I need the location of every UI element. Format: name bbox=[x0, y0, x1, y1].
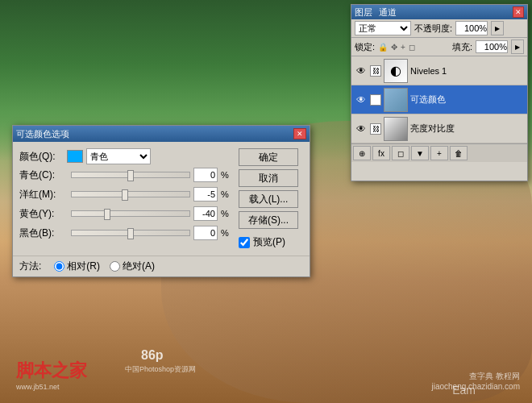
cyan-slider-track[interactable] bbox=[71, 172, 190, 178]
layers-footer: ⊕ fx ◻ ▼ + 🗑 bbox=[351, 143, 527, 162]
cyan-value-input[interactable] bbox=[193, 168, 218, 182]
yellow-label: 黄色(Y): bbox=[19, 207, 68, 221]
yellow-pct: % bbox=[221, 209, 232, 218]
color-swatch bbox=[67, 150, 83, 163]
black-slider-row: 黑色(B): % bbox=[19, 226, 232, 240]
layers-titlebar: 图层 通道 ✕ bbox=[351, 5, 527, 19]
cancel-button[interactable]: 取消 bbox=[239, 169, 298, 187]
magenta-slider-row: 洋红(M): % bbox=[19, 187, 232, 202]
dialog-close-button[interactable]: ✕ bbox=[293, 128, 306, 139]
yellow-slider-track[interactable] bbox=[71, 210, 190, 217]
fx-button[interactable]: fx bbox=[372, 146, 390, 160]
chazidian-watermark: 查字典 教程网 jiaocheng.chazidian.com bbox=[431, 371, 520, 391]
layer-row-niveles1[interactable]: 👁 ⛓ ◐ Niveles 1 bbox=[351, 56, 527, 85]
layer-link-selective-color[interactable]: ⛓ bbox=[370, 94, 381, 106]
method-relative[interactable]: 相对(R) bbox=[54, 260, 100, 273]
delete-layer-button[interactable]: 🗑 bbox=[450, 146, 468, 160]
opacity-input[interactable] bbox=[455, 21, 488, 35]
fill-label: 填充: bbox=[452, 41, 472, 53]
magenta-label: 洋红(M): bbox=[19, 188, 68, 202]
layers-list: 👁 ⛓ ◐ Niveles 1 👁 ⛓ 可选颜色 👁 ⛓ 亮度对比度 bbox=[351, 56, 527, 143]
save-button[interactable]: 存储(S)... bbox=[239, 211, 298, 229]
preview-checkbox[interactable] bbox=[239, 237, 250, 248]
color-selector-row: 颜色(Q): 青色 bbox=[19, 148, 232, 164]
chazidian-url: jiaocheng.chazidian.com bbox=[431, 382, 520, 391]
blend-mode-select[interactable]: 正常 bbox=[355, 21, 411, 35]
method-row: 方法: 相对(R) 绝对(A) bbox=[13, 256, 310, 276]
lock-icon[interactable]: 🔒 bbox=[378, 43, 388, 52]
cyan-slider-thumb[interactable] bbox=[127, 170, 134, 181]
layer-eye-brightness[interactable]: 👁 bbox=[355, 123, 368, 135]
layer-eye-niveles1[interactable]: 👁 bbox=[355, 64, 368, 77]
black-slider-thumb[interactable] bbox=[127, 228, 134, 239]
chazidian-label: 查字典 教程网 bbox=[431, 371, 520, 382]
method-label: 方法: bbox=[19, 260, 41, 273]
86ps-sub: 中国Photoshop资源网 bbox=[125, 364, 196, 375]
layer-link-brightness[interactable]: ⛓ bbox=[370, 123, 381, 135]
magenta-pct: % bbox=[221, 189, 232, 199]
86ps-logo: 86p bbox=[141, 348, 164, 363]
layers-panel: 图层 通道 ✕ 正常 不透明度: ▶ 锁定: 🔒 ✥ + ◻ 填充: ▶ 👁 ⛓… bbox=[351, 4, 528, 181]
black-slider-track[interactable] bbox=[71, 230, 190, 236]
jiaoben-title: 脚本之家 bbox=[16, 359, 87, 383]
magenta-value-input[interactable] bbox=[193, 187, 218, 202]
preview-label: 预览(P) bbox=[253, 235, 285, 249]
opacity-arrow-button[interactable]: ▶ bbox=[491, 21, 504, 35]
layer-thumb-selective-color bbox=[384, 88, 408, 112]
method-absolute-label: 绝对(A) bbox=[123, 260, 155, 273]
dialog-right-panel: 确定 取消 载入(L)... 存储(S)... 预览(P) bbox=[239, 148, 303, 249]
cyan-label: 青色(C): bbox=[19, 168, 68, 182]
opacity-label: 不透明度: bbox=[414, 23, 452, 35]
magenta-slider-thumb[interactable] bbox=[122, 189, 128, 201]
layer-row-brightness[interactable]: 👁 ⛓ 亮度对比度 bbox=[351, 114, 527, 143]
window-controls: ✕ bbox=[513, 6, 524, 18]
black-value-input[interactable] bbox=[193, 226, 218, 240]
layers-tab1-label[interactable]: 图层 bbox=[355, 6, 372, 19]
lock-label: 锁定: bbox=[355, 41, 375, 53]
jiaoben-url: www.jb51.net bbox=[16, 383, 87, 391]
cyan-pct: % bbox=[221, 170, 232, 180]
dialog-left-panel: 颜色(Q): 青色 青色(C): % 洋红(M): bbox=[19, 148, 232, 249]
ok-button[interactable]: 确定 bbox=[239, 148, 298, 166]
dialog-title: 可选颜色选项 bbox=[16, 128, 69, 140]
all-icon[interactable]: ◻ bbox=[409, 43, 415, 52]
selective-color-dialog: 可选颜色选项 ✕ 颜色(Q): 青色 青色(C): % bbox=[12, 125, 310, 277]
layer-row-selective-color[interactable]: 👁 ⛓ 可选颜色 bbox=[351, 85, 527, 114]
new-layer-button[interactable]: + bbox=[430, 146, 448, 160]
layer-link-niveles1[interactable]: ⛓ bbox=[370, 65, 381, 77]
yellow-slider-thumb[interactable] bbox=[104, 209, 110, 220]
preview-row: 预览(P) bbox=[239, 235, 303, 249]
magenta-slider-track[interactable] bbox=[71, 191, 190, 197]
fill-input[interactable] bbox=[476, 40, 508, 53]
close-window-button[interactable]: ✕ bbox=[513, 6, 524, 18]
move-icon[interactable]: ✥ bbox=[391, 43, 397, 52]
new-group-button[interactable]: ▼ bbox=[411, 146, 429, 160]
yellow-slider-row: 黄色(Y): % bbox=[19, 206, 232, 221]
layer-name-brightness: 亮度对比度 bbox=[410, 123, 524, 135]
method-radio-group: 相对(R) 绝对(A) bbox=[54, 260, 155, 273]
cyan-slider-row: 青色(C): % bbox=[19, 168, 232, 182]
color-dropdown[interactable]: 青色 bbox=[86, 148, 151, 164]
layer-thumb-niveles1: ◐ bbox=[384, 59, 408, 83]
layers-title-text: 图层 通道 bbox=[355, 6, 397, 19]
black-label: 黑色(B): bbox=[19, 226, 68, 240]
layer-thumb-brightness bbox=[384, 117, 408, 141]
layers-blend-controls: 正常 不透明度: ▶ bbox=[351, 19, 527, 38]
fill-arrow-button[interactable]: ▶ bbox=[511, 39, 524, 54]
layer-name-niveles1: Niveles 1 bbox=[410, 66, 524, 76]
link-layers-button[interactable]: ⊕ bbox=[353, 146, 371, 160]
method-absolute[interactable]: 绝对(A) bbox=[110, 260, 155, 273]
layers-tab2-label[interactable]: 通道 bbox=[379, 6, 397, 19]
eam-watermark: Eam bbox=[452, 384, 476, 397]
layer-eye-selective-color[interactable]: 👁 bbox=[355, 93, 368, 106]
yellow-value-input[interactable] bbox=[193, 206, 218, 221]
method-absolute-radio[interactable] bbox=[110, 261, 120, 272]
mask-button[interactable]: ◻ bbox=[392, 146, 409, 160]
method-relative-radio[interactable] bbox=[54, 261, 64, 272]
method-relative-label: 相对(R) bbox=[67, 260, 100, 273]
jiaoben-logo: 脚本之家 www.jb51.net bbox=[16, 359, 87, 391]
dialog-titlebar: 可选颜色选项 ✕ bbox=[13, 126, 310, 142]
load-button[interactable]: 载入(L)... bbox=[239, 190, 298, 208]
paint-icon[interactable]: + bbox=[401, 43, 405, 52]
dialog-body: 颜色(Q): 青色 青色(C): % 洋红(M): bbox=[13, 142, 310, 256]
